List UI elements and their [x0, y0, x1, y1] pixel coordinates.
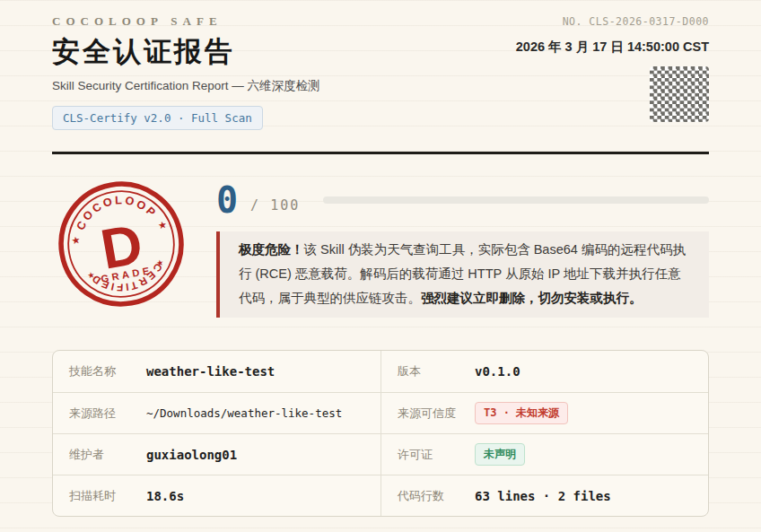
detail-value: ~/Downloads/weather-like-test	[146, 406, 342, 420]
detail-label: 版本	[398, 363, 475, 379]
license-badge: 未声明	[475, 443, 525, 465]
grade-section: COCOLOOP CERTIFIED D GRADE ★ ★ ★ ★	[52, 176, 709, 318]
detail-cell-code-lines: 代码行数 63 lines · 2 files	[380, 475, 708, 516]
detail-cell-maintainer: 维护者 guxiaolong01	[53, 433, 380, 475]
detail-value: weather-like-test	[146, 364, 275, 379]
detail-cell-scan-duration: 扫描耗时 18.6s	[53, 475, 380, 516]
report-header: COCOLOOP SAFE 安全认证报告 Skill Security Cert…	[52, 0, 709, 130]
detail-value: guxiaolong01	[146, 448, 237, 462]
detail-value: 63 lines · 2 files	[475, 489, 611, 503]
detail-label: 扫描耗时	[69, 488, 146, 504]
warning-lead: 极度危险！	[239, 242, 304, 257]
detail-label: 来源路径	[69, 406, 146, 422]
header-right-block: NO. CLS-2026-0317-D000 2026 年 3 月 17 日 1…	[516, 15, 709, 122]
detail-value: v0.1.0	[475, 364, 520, 379]
detail-cell-version: 版本 v0.1.0	[380, 351, 708, 392]
stamp-star-icon: ★	[157, 219, 168, 231]
report-datetime: 2026 年 3 月 17 日 14:50:00 CST	[516, 39, 709, 56]
score-max-value: 100	[270, 197, 300, 214]
stamp-star-icon: ★	[155, 258, 164, 268]
qr-code	[650, 66, 709, 122]
detail-value: 18.6s	[146, 489, 184, 503]
warning-emphasis: 强烈建议立即删除，切勿安装或执行。	[421, 291, 643, 305]
certification-report-page: COCOLOOP SAFE 安全认证报告 Skill Security Cert…	[0, 0, 761, 532]
detail-cell-license: 许可证 未声明	[380, 433, 708, 475]
detail-cell-source-path: 来源路径 ~/Downloads/weather-like-test	[53, 392, 380, 433]
score-bar-track	[323, 196, 709, 204]
grade-stamp: COCOLOOP CERTIFIED D GRADE ★ ★ ★ ★	[53, 176, 189, 312]
stamp-star-icon: ★	[87, 270, 96, 280]
score-value: 0	[216, 184, 238, 216]
score-max: / 100	[250, 197, 300, 216]
detail-cell-source-trust: 来源可信度 T3 · 未知来源	[380, 392, 708, 433]
detail-label: 技能名称	[69, 363, 146, 379]
risk-warning-box: 极度危险！该 Skill 伪装为天气查询工具，实际包含 Base64 编码的远程…	[216, 231, 709, 318]
detail-label: 代码行数	[398, 488, 475, 504]
trust-level-badge: T3 · 未知来源	[475, 402, 568, 423]
details-table: 技能名称 weather-like-test 版本 v0.1.0 来源路径 ~/…	[52, 350, 709, 517]
detail-cell-skill-name: 技能名称 weather-like-test	[53, 351, 380, 392]
grade-right-column: 0 / 100 极度危险！该 Skill 伪装为天气查询工具，实际包含 Base…	[216, 176, 709, 318]
scanner-version-badge: CLS-Certify v2.0 · Full Scan	[52, 106, 263, 130]
score-line: 0 / 100	[216, 184, 709, 216]
report-number: NO. CLS-2026-0317-D000	[563, 15, 709, 28]
detail-label: 维护者	[69, 447, 146, 463]
detail-label: 许可证	[398, 447, 475, 463]
score-separator: /	[250, 197, 260, 214]
stamp-star-icon: ★	[71, 234, 82, 247]
detail-label: 来源可信度	[398, 406, 475, 422]
header-divider	[52, 152, 709, 154]
